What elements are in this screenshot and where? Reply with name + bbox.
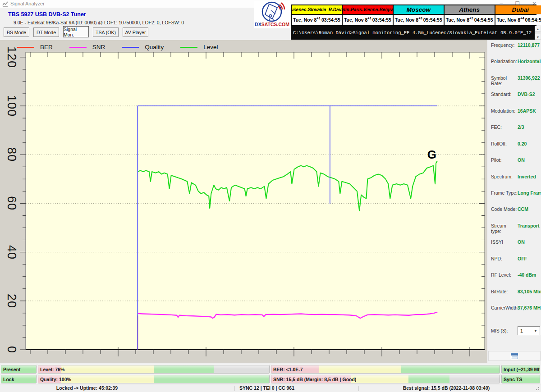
signal-analyzer-window: Signal Analyzer – ☐ ✕ TBS 5927 USB DVB-S… xyxy=(0,0,541,392)
tab-av-player[interactable]: AV Player xyxy=(123,27,148,37)
mis-label: MIS (3): xyxy=(491,328,512,333)
parameter-row: Standard:DVB-S2 xyxy=(491,91,541,108)
y-axis-label: 0 xyxy=(0,337,25,363)
clock-time: Tue, Nov 8+204:54:55 xyxy=(445,15,495,25)
lock-bar: Lock xyxy=(1,375,37,383)
bar-segment xyxy=(319,365,401,373)
sync-bar: Sync TS xyxy=(501,375,540,383)
quality-bar: Quality: 100% xyxy=(38,375,270,383)
mis-row: MIS (3): 1 ▼ xyxy=(491,326,540,335)
parameter-row: ISSYION xyxy=(491,239,541,255)
legend-line-quality xyxy=(122,47,139,48)
clock-time: Tue, Nov 8+103:54:55 xyxy=(292,15,342,25)
console-scrollbar[interactable]: ▲ ▼ xyxy=(535,26,541,40)
list-window-icon xyxy=(511,353,518,359)
parameter-row: Stream type:Transport xyxy=(491,223,541,239)
window-title: Signal Analyzer xyxy=(10,1,45,6)
tuning-info: 9.0E - Eutelsat 9B/Ka-Sat 9A (ID: 0090) … xyxy=(14,20,184,25)
input-bar-label: Input (~21,39 Mbps) xyxy=(504,367,540,372)
level-bar: Level: 76% xyxy=(38,365,270,374)
input-bar: Input (~21,39 Mbps) xyxy=(501,365,540,374)
parameter-row: RF Level:-40 dBm xyxy=(491,272,541,288)
bar-segment xyxy=(61,375,154,383)
present-bar-label: Present xyxy=(3,367,21,372)
mode-tabs: BS ModeDT ModeSignal Mon.TSA (OK)AV Play… xyxy=(4,27,148,37)
y-axis-label: 40 xyxy=(0,239,25,265)
parameters-sidebar: Frequency:12110,877 MHzPolarization:Hori… xyxy=(487,40,541,363)
status-bar: Locked -> Uptime: 45:02:39 SYNC 12 | TEI… xyxy=(0,384,541,392)
parameter-row: Modulation:16APSK xyxy=(491,108,541,124)
y-axis-label: 100 xyxy=(0,93,25,119)
bar-segment xyxy=(351,375,408,383)
chart-panel: BERSNRQualityLevel G 020406080100120 xyxy=(0,40,487,363)
clock-time: Tue, Nov 8+103:54:55 xyxy=(343,15,393,25)
snr-bar: SNR: 15,5 dB (Margin: 8,5 dB | Good) xyxy=(271,375,500,383)
stream-list-button[interactable] xyxy=(488,351,541,361)
present-bar: Present xyxy=(1,365,37,374)
bar-segment xyxy=(214,365,269,373)
snr-bar-label: SNR: 15,5 dB (Margin: 8,5 dB | Good) xyxy=(273,377,356,382)
legend-line-snr xyxy=(69,47,87,48)
clock-city: Moscow xyxy=(394,5,444,14)
utc-offset: +4 xyxy=(520,16,524,20)
sync-status: SYNC 12 | TEI 0 | CC 961 xyxy=(239,385,294,391)
parameter-row: FEC:2/3 xyxy=(491,124,541,141)
uptime-status: Locked -> Uptime: 45:02:39 xyxy=(56,385,118,391)
status-divider xyxy=(234,386,235,391)
parameter-row: Frame Type:Long Frame xyxy=(491,190,541,206)
clock-time: Tue, Nov 8+305:54:55 xyxy=(394,15,444,25)
clock-city: Dubai xyxy=(495,5,541,14)
signal-chart: G xyxy=(20,49,487,360)
mis-select[interactable]: 1 ▼ xyxy=(518,326,540,335)
clock-city: Athens xyxy=(445,5,495,14)
app-icon xyxy=(2,1,8,7)
parameter-row: Spectrum:Inverted xyxy=(491,174,541,190)
parameter-row: BitRate:83,105 Mbit/s xyxy=(491,289,541,305)
dxsatcs-logo: DXSATCS.COM xyxy=(254,1,290,28)
scroll-down-icon[interactable]: ▼ xyxy=(535,34,541,40)
parameter-row: Pilot:ON xyxy=(491,157,541,173)
parameter-row: NPD:OFF xyxy=(491,256,541,272)
level-bar-label: Level: 76% xyxy=(40,367,64,372)
best-signal-status: Best signal: 15,5 dB (2022-11-08 03:49) xyxy=(403,385,490,391)
parameter-row: Code Mode:CCM xyxy=(491,206,541,223)
y-axis-label: 80 xyxy=(0,141,25,168)
logo-text: DXSATCS.COM xyxy=(255,22,289,27)
tab-tsa-ok-[interactable]: TSA (OK) xyxy=(93,27,119,37)
parameter-row: CarrierWidth:37,676 MHz xyxy=(491,305,541,321)
mis-value: 1 xyxy=(520,328,523,333)
parameter-list: Frequency:12110,877 MHzPolarization:Hori… xyxy=(491,42,541,321)
y-axis-label: 120 xyxy=(0,44,25,70)
chart-annotation: G xyxy=(427,148,436,161)
utc-offset: +1 xyxy=(367,16,371,20)
bar-segment xyxy=(61,365,154,373)
bar-segment xyxy=(154,365,214,373)
utc-offset: +1 xyxy=(316,16,321,20)
status-divider xyxy=(358,386,359,391)
status-indicators: PresentLevel: 76%BER: <1.0E-7Input (~21,… xyxy=(0,363,541,384)
bar-segment xyxy=(401,365,500,373)
bar-segment xyxy=(408,375,449,383)
world-clocks: Lučenec-Slovakia_R.DávidBerlin-Paris-Vie… xyxy=(291,5,536,26)
ber-bar: BER: <1.0E-7 xyxy=(271,365,500,374)
parameter-row: Polarization:Horizontal xyxy=(491,59,541,75)
scroll-up-icon[interactable]: ▲ xyxy=(535,26,541,32)
bar-segment xyxy=(449,375,500,383)
tab-bs-mode[interactable]: BS Mode xyxy=(4,27,29,37)
tab-signal-mon-[interactable]: Signal Mon. xyxy=(63,26,89,37)
chevron-down-icon: ▼ xyxy=(534,329,537,333)
console-output[interactable]: C:\Users\Roman Dávid>Signal monitoring_P… xyxy=(291,26,535,40)
device-title: TBS 5927 USB DVB-S2 Tuner xyxy=(8,11,86,18)
y-axis-label: 20 xyxy=(0,288,25,314)
ber-bar-label: BER: <1.0E-7 xyxy=(273,367,303,372)
quality-bar-label: Quality: 100% xyxy=(40,377,71,382)
resize-grip-icon[interactable] xyxy=(536,387,540,391)
tab-dt-mode[interactable]: DT Mode xyxy=(33,27,59,37)
clock-time: Tue, Nov 8+406:54:55 xyxy=(495,15,541,25)
clock-city: Lučenec-Slovakia_R.Dávid xyxy=(292,5,342,14)
utc-offset: +3 xyxy=(418,16,422,20)
sync-bar-label: Sync TS xyxy=(504,377,522,382)
parameter-row: Frequency:12110,877 MHz xyxy=(491,42,541,59)
satellite-dish-icon xyxy=(260,1,285,22)
lock-bar-label: Lock xyxy=(3,377,14,382)
